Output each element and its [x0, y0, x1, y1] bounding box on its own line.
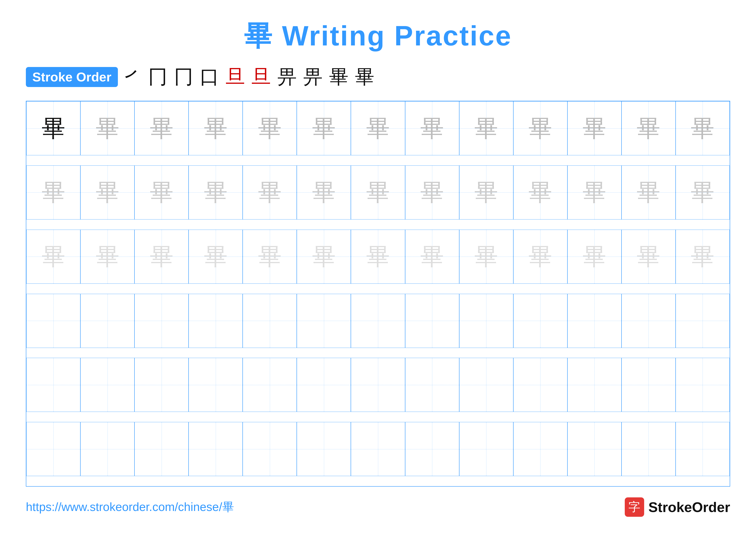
grid-char: 畢 [312, 116, 336, 140]
grid-char: 畢 [41, 181, 65, 204]
grid-char: 畢 [691, 116, 715, 140]
grid-cell: 畢 [134, 165, 189, 219]
grid-char: 畢 [366, 245, 390, 268]
grid-char: 畢 [204, 181, 228, 204]
grid-cell [405, 294, 459, 348]
grid-cell: 畢 [189, 101, 243, 155]
grid-cell: 畢 [134, 101, 189, 155]
grid-cell [297, 294, 351, 348]
stroke-seq-7: 畀 [277, 64, 297, 90]
grid-cell: 畢 [26, 101, 80, 155]
grid-cell [622, 358, 676, 412]
practice-grid: 畢畢畢畢畢畢畢畢畢畢畢畢畢畢畢畢畢畢畢畢畢畢畢畢畢畢畢畢畢畢畢畢畢畢畢畢畢畢畢 [26, 101, 730, 487]
grid-char: 畢 [258, 245, 282, 268]
grid-cell [351, 358, 405, 412]
grid-cell: 畢 [26, 230, 80, 284]
stroke-order-row: Stroke Order ㇒ 冂 冂 口 旦 旦 畀 畀 畢 畢 [26, 64, 730, 90]
footer: https://www.strokeorder.com/chinese/畢 字 … [26, 497, 730, 517]
stroke-sequence: ㇒ 冂 冂 口 旦 旦 畀 畀 畢 畢 [122, 64, 374, 90]
grid-cell: 畢 [513, 101, 567, 155]
grid-char: 畢 [96, 245, 120, 268]
grid-cell [134, 358, 189, 412]
title-rest: Writing Practice [273, 20, 512, 51]
grid-cell [189, 358, 243, 412]
grid-char: 畢 [258, 116, 282, 140]
grid-cell: 畢 [243, 101, 297, 155]
grid-char: 畢 [474, 245, 498, 268]
grid-char: 畢 [420, 116, 444, 140]
stroke-order-badge: Stroke Order [26, 67, 118, 87]
grid-char: 畢 [636, 181, 660, 204]
grid-cell [676, 294, 730, 348]
grid-cell [243, 294, 297, 348]
grid-char: 畢 [150, 181, 174, 204]
grid-char: 畢 [528, 245, 552, 268]
grid-cell: 畢 [297, 230, 351, 284]
grid-cell [459, 358, 513, 412]
grid-cell [351, 422, 405, 476]
stroke-seq-3: 冂 [174, 64, 193, 90]
grid-cell: 畢 [26, 165, 80, 219]
grid-cell [134, 422, 189, 476]
grid-cell [567, 358, 622, 412]
grid-char: 畢 [204, 245, 228, 268]
grid-cell: 畢 [243, 230, 297, 284]
grid-cell [297, 422, 351, 476]
grid-cell: 畢 [297, 101, 351, 155]
grid-cell: 畢 [297, 165, 351, 219]
grid-char: 畢 [41, 245, 65, 268]
grid-char: 畢 [582, 116, 606, 140]
grid-char: 畢 [474, 181, 498, 204]
grid-cell [405, 358, 459, 412]
grid-char: 畢 [312, 181, 336, 204]
grid-cell: 畢 [134, 230, 189, 284]
grid-cell [80, 358, 134, 412]
grid-cell: 畢 [622, 101, 676, 155]
page-title: 畢 Writing Practice [244, 17, 512, 55]
grid-cell: 畢 [459, 165, 513, 219]
grid-char: 畢 [312, 245, 336, 268]
grid-char: 畢 [636, 116, 660, 140]
grid-cell [243, 358, 297, 412]
grid-cell: 畢 [405, 101, 459, 155]
grid-cell: 畢 [622, 165, 676, 219]
footer-logo: 字 StrokeOrder [625, 497, 730, 517]
grid-cell [134, 294, 189, 348]
stroke-seq-4: 口 [200, 64, 219, 90]
grid-cell [189, 422, 243, 476]
grid-char: 畢 [150, 245, 174, 268]
grid-cell: 畢 [622, 230, 676, 284]
grid-cell [567, 422, 622, 476]
grid-char: 畢 [636, 245, 660, 268]
grid-cell: 畢 [459, 230, 513, 284]
grid-cell: 畢 [189, 165, 243, 219]
grid-char: 畢 [258, 181, 282, 204]
grid-cell: 畢 [676, 165, 730, 219]
page: 畢 Writing Practice Stroke Order ㇒ 冂 冂 口 … [0, 0, 756, 534]
grid-char: 畢 [691, 181, 715, 204]
grid-cell [351, 294, 405, 348]
grid-cell [513, 358, 567, 412]
grid-cell: 畢 [567, 101, 622, 155]
grid-cell: 畢 [351, 165, 405, 219]
grid-cell: 畢 [80, 230, 134, 284]
grid-cell [513, 422, 567, 476]
grid-char: 畢 [420, 245, 444, 268]
grid-cell [676, 422, 730, 476]
grid-cell: 畢 [676, 101, 730, 155]
grid-cell: 畢 [80, 165, 134, 219]
grid-char: 畢 [474, 116, 498, 140]
grid-cell: 畢 [80, 101, 134, 155]
grid-char: 畢 [150, 116, 174, 140]
grid-cell [622, 294, 676, 348]
grid-cell: 畢 [567, 165, 622, 219]
grid-cell [459, 422, 513, 476]
grid-cell: 畢 [351, 230, 405, 284]
grid-cell: 畢 [513, 165, 567, 219]
grid-char: 畢 [528, 181, 552, 204]
grid-char: 畢 [41, 116, 65, 140]
grid-cell [26, 422, 80, 476]
stroke-seq-9: 畢 [329, 64, 348, 90]
grid-cell [80, 294, 134, 348]
footer-url: https://www.strokeorder.com/chinese/畢 [26, 499, 234, 515]
